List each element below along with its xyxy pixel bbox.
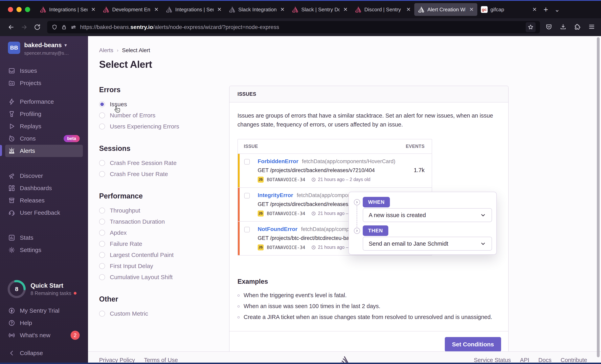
example-item: When the triggering event's level is fat… <box>238 292 500 299</box>
sidebar-collapse-button[interactable]: Collapse <box>5 347 83 359</box>
radio[interactable] <box>99 160 105 166</box>
minimize-window-button[interactable] <box>16 7 22 12</box>
scrollbar-thumb[interactable] <box>597 37 600 357</box>
row-checkbox[interactable] <box>244 159 250 164</box>
forward-button[interactable] <box>19 22 29 32</box>
sidebar-item-whats-new[interactable]: What's new 2 <box>5 329 83 341</box>
bookmark-star-icon[interactable] <box>526 22 536 32</box>
tab-development-environment[interactable]: Development Enviro ✕ <box>99 3 162 16</box>
radio[interactable] <box>99 263 105 269</box>
tab-gifcap[interactable]: gc gifcap ✕ <box>477 3 540 16</box>
option-apdex[interactable]: Apdex <box>99 227 225 238</box>
option-first-input-delay[interactable]: First Input Delay <box>99 261 225 272</box>
set-conditions-button[interactable]: Set Conditions <box>445 337 501 352</box>
pocket-icon[interactable] <box>545 23 552 31</box>
sidebar-item-stats[interactable]: Stats <box>5 232 83 244</box>
sidebar-item-alerts[interactable]: Alerts <box>5 145 83 157</box>
sidebar-item-performance[interactable]: Performance <box>5 96 83 108</box>
chevron-down-icon: ▾ <box>65 43 67 48</box>
sidebar-item-label: My Sentry Trial <box>20 307 60 314</box>
sidebar-item-profiling[interactable]: Profiling <box>5 108 83 120</box>
issue-row-forbidden-error[interactable]: ForbiddenErrorfetchData(app/components/H… <box>238 153 432 187</box>
tab-close-icon[interactable]: ✕ <box>468 6 474 13</box>
radio[interactable] <box>99 230 105 236</box>
org-switcher[interactable]: BB baked-beans▾ spencer.murray@s… <box>0 42 88 56</box>
option-custom-metric[interactable]: Custom Metric <box>99 308 225 319</box>
menu-hamburger-icon[interactable] <box>588 23 595 31</box>
option-crash-free-session-rate[interactable]: Crash Free Session Rate <box>99 157 225 169</box>
issue-name-link[interactable]: ForbiddenError <box>258 158 298 164</box>
sidebar-item-releases[interactable]: Releases <box>5 194 83 207</box>
issue-name-link[interactable]: IntegrityError <box>258 192 293 198</box>
sidebar-item-label: Settings <box>20 247 41 253</box>
option-label: Custom Metric <box>110 310 148 317</box>
download-icon[interactable] <box>560 23 567 31</box>
sidebar-item-dashboards[interactable]: Dashboards <box>5 182 83 194</box>
radio[interactable] <box>99 219 105 225</box>
reload-button[interactable] <box>32 22 42 32</box>
lock-icon[interactable] <box>61 24 67 30</box>
option-throughput[interactable]: Throughput <box>99 205 225 216</box>
option-transaction-duration[interactable]: Transaction Duration <box>99 216 225 227</box>
radio[interactable] <box>99 123 105 130</box>
tab-alert-creation-wizard[interactable]: Alert Creation Wizar ✕ <box>414 3 477 16</box>
tracking-protection-shield-icon[interactable] <box>51 24 58 30</box>
back-button[interactable] <box>6 22 16 32</box>
tab-close-icon[interactable]: ✕ <box>216 6 222 13</box>
breadcrumb-alerts-link[interactable]: Alerts <box>99 47 113 53</box>
sidebar-item-user-feedback[interactable]: User Feedback <box>5 207 83 219</box>
new-tab-button[interactable]: + <box>543 6 548 13</box>
then-action-select[interactable]: Send an email to Jane Schmidt <box>363 237 492 251</box>
radio[interactable] <box>99 274 105 280</box>
tab-close-icon[interactable]: ✕ <box>90 6 96 13</box>
tab-close-icon[interactable]: ✕ <box>342 6 348 13</box>
sidebar-item-settings[interactable]: Settings <box>5 244 83 256</box>
quick-start-subtitle: 8 Remaining tasks <box>30 291 71 296</box>
sidebar-item-issues[interactable]: Issues <box>5 65 83 77</box>
radio[interactable] <box>99 208 105 213</box>
sidebar-item-discover[interactable]: Discover <box>5 170 83 182</box>
close-window-button[interactable] <box>8 7 13 12</box>
tab-close-icon[interactable]: ✕ <box>405 6 411 13</box>
sidebar-item-my-sentry-trial[interactable]: My Sentry Trial <box>5 304 83 317</box>
sidebar-item-crons[interactable]: Crons beta <box>5 132 83 145</box>
permissions-icon[interactable] <box>70 24 77 30</box>
radio-selected[interactable] <box>99 101 105 107</box>
performance-icon <box>8 98 15 105</box>
tab-slack-docs[interactable]: Slack | Sentry Docu ✕ <box>288 3 351 16</box>
option-cumulative-layout-shift[interactable]: Cumulative Layout Shift <box>99 272 225 283</box>
tab-close-icon[interactable]: ✕ <box>279 6 285 13</box>
option-label: Throughput <box>110 207 140 214</box>
tab-bar: Integrations | Sentry ✕ Development Envi… <box>0 1 601 18</box>
platform-js-badge: JS <box>258 244 264 250</box>
quick-start-panel[interactable]: 8 Quick Start 8 Remaining tasks <box>0 278 88 300</box>
zoom-window-button[interactable] <box>25 7 30 12</box>
list-tabs-button[interactable]: ⌄ <box>554 6 560 13</box>
option-failure-rate[interactable]: Failure Rate <box>99 238 225 249</box>
radio[interactable] <box>99 311 105 317</box>
option-largest-contentful-paint[interactable]: Largest Contentful Paint <box>99 249 225 261</box>
tab-close-icon[interactable]: ✕ <box>531 6 537 13</box>
option-crash-free-user-rate[interactable]: Crash Free User Rate <box>99 169 225 180</box>
sidebar-item-projects[interactable]: Projects <box>5 77 83 89</box>
radio[interactable] <box>99 241 105 247</box>
tab-slack-integration[interactable]: Slack Integration | S ✕ <box>225 3 288 16</box>
sidebar-item-replays[interactable]: Replays <box>5 120 83 132</box>
extensions-puzzle-icon[interactable] <box>574 23 581 31</box>
group-heading: Sessions <box>99 144 225 153</box>
sidebar-item-help[interactable]: Help <box>5 317 83 329</box>
tab-close-icon[interactable]: ✕ <box>153 6 159 13</box>
row-checkbox[interactable] <box>244 193 250 198</box>
option-users-experiencing-errors[interactable]: Users Experiencing Errors <box>99 121 225 132</box>
url-bar[interactable]: https://baked-beans.sentry.io/alerts/nod… <box>47 21 540 33</box>
radio[interactable] <box>99 252 105 258</box>
row-checkbox[interactable] <box>244 227 250 232</box>
when-condition-select[interactable]: A new issue is created <box>363 208 492 222</box>
radio[interactable] <box>99 112 105 118</box>
tab-integrations-1[interactable]: Integrations | Sentry ✕ <box>36 3 99 16</box>
tab-discord-docs[interactable]: Discord | Sentry Do ✕ <box>351 3 414 16</box>
tab-integrations-2[interactable]: Integrations | Sentry ✕ <box>162 3 225 16</box>
issue-transaction: GET /projects/direct/backend/releases/v7… <box>258 167 425 173</box>
radio[interactable] <box>99 171 105 177</box>
issue-name-link[interactable]: NotFoundError <box>258 226 298 232</box>
